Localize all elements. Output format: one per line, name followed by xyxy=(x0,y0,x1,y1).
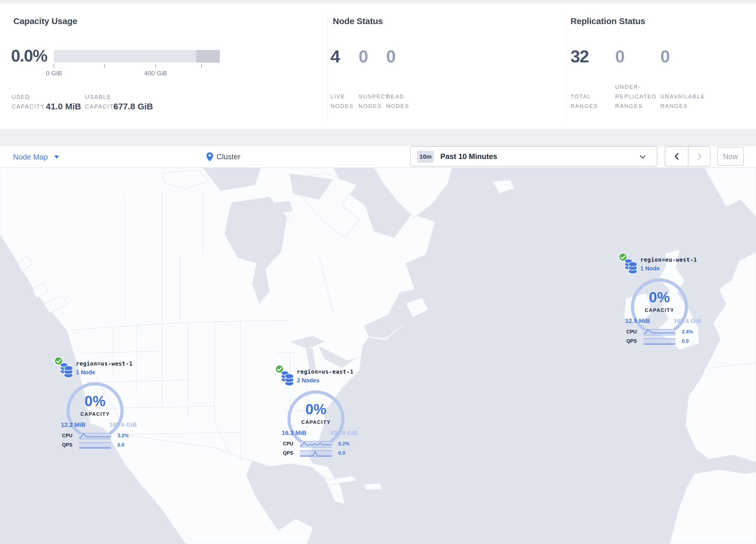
node-map-canvas[interactable] xyxy=(0,168,756,544)
dead-nodes-count: 0 xyxy=(386,46,395,66)
qps-sparkline xyxy=(79,442,111,449)
time-range-dropdown[interactable]: 10m Past 10 Minutes xyxy=(410,146,657,166)
qps-value: 0.0 xyxy=(117,442,124,448)
database-icon xyxy=(624,258,637,275)
region-name: region=us-east-1 xyxy=(297,369,354,375)
cpu-sparkline xyxy=(300,440,332,448)
axis-tick xyxy=(201,64,202,68)
region-capacity-percent: 0% xyxy=(66,393,124,410)
region-used-capacity: 16.3 MiB xyxy=(282,429,306,436)
usable-capacity-value: 677.8 GiB xyxy=(113,101,153,111)
region-capacity-label: CAPACITY xyxy=(287,420,345,425)
region-cpu-row: CPU 5.2% xyxy=(275,440,359,449)
chevron-down-icon xyxy=(54,155,59,159)
unavailable-count: 0 xyxy=(660,46,669,66)
region-node-count: 2 Nodes xyxy=(297,377,354,384)
qps-label: QPS xyxy=(62,442,72,448)
live-nodes-label: LIVE NODES xyxy=(330,92,354,111)
view-selector-dropdown[interactable]: Node Map xyxy=(13,151,59,163)
time-back-button[interactable] xyxy=(665,147,688,166)
node-map-page: Capacity Usage 0.0% 0 GiB 400 GiB USED C… xyxy=(0,0,756,544)
chevron-down-icon xyxy=(639,155,646,159)
cpu-label: CPU xyxy=(283,441,293,447)
dead-nodes-label: DEAD NODES xyxy=(386,92,409,111)
region-capacity-percent: 0% xyxy=(287,401,345,418)
region-capacity-percent: 0% xyxy=(630,289,688,306)
suspect-nodes-label: SUSPECT NODES xyxy=(359,92,390,111)
region-marker-us-west-1[interactable]: region=us-west-1 1 Node 0% CAPACITY 12.2… xyxy=(54,356,138,452)
region-usable-capacity: 169.4 GiB xyxy=(109,421,137,428)
map-pin-icon xyxy=(206,152,213,161)
time-step-controls xyxy=(665,146,710,166)
live-nodes-count: 4 xyxy=(330,46,339,66)
axis-tick xyxy=(54,64,54,68)
qps-label: QPS xyxy=(626,338,637,344)
region-usable-capacity: 169.4 GiB xyxy=(673,318,701,325)
region-marker-header: region=eu-west-1 1 Node xyxy=(640,256,697,272)
breadcrumb-label: Cluster xyxy=(217,152,240,161)
view-selector-label: Node Map xyxy=(13,153,48,162)
axis-tick xyxy=(104,64,105,68)
cpu-label: CPU xyxy=(62,433,72,439)
unavailable-label: UNAVAILABLE RANGES xyxy=(660,92,705,111)
time-range-label: Past 10 Minutes xyxy=(440,147,497,166)
used-capacity-value: 41.0 MiB xyxy=(46,101,81,111)
cpu-value: 3.2% xyxy=(117,433,129,439)
suspect-nodes-count: 0 xyxy=(359,46,368,66)
capacity-bar xyxy=(54,50,220,63)
region-node-count: 1 Node xyxy=(640,265,697,272)
cpu-label: CPU xyxy=(626,329,637,335)
axis-tick-label: 400 GiB xyxy=(135,70,176,77)
node-status-title: Node Status xyxy=(333,16,383,26)
region-qps-row: QPS 0.0 xyxy=(618,338,702,346)
panel-divider xyxy=(327,14,328,121)
cluster-summary-band: Capacity Usage 0.0% 0 GiB 400 GiB USED C… xyxy=(0,3,756,129)
capacity-bar-reserved xyxy=(196,50,220,63)
chevron-right-icon xyxy=(697,153,702,160)
region-marker-header: region=us-east-1 2 Nodes xyxy=(297,369,354,384)
cpu-sparkline xyxy=(644,329,675,336)
region-marker-header: region=us-west-1 1 Node xyxy=(76,360,133,376)
region-qps-row: QPS 0.0 xyxy=(54,442,138,450)
under-replicated-label: UNDER- REPLICATED RANGES xyxy=(615,82,657,111)
region-usable-capacity: 338.9 GiB xyxy=(330,429,358,436)
time-range-badge: 10m xyxy=(417,150,434,163)
region-capacity-values: 16.3 MiB 338.9 GiB xyxy=(275,429,359,438)
total-ranges-count: 32 xyxy=(570,46,589,66)
replication-status-title: Replication Status xyxy=(570,16,645,26)
qps-sparkline xyxy=(644,338,675,345)
region-cpu-row: CPU 3.2% xyxy=(54,432,138,440)
breadcrumb[interactable]: Cluster xyxy=(206,149,240,164)
now-button[interactable]: Now xyxy=(717,147,744,166)
region-qps-row: QPS 0.0 xyxy=(275,450,359,458)
database-icon xyxy=(281,370,294,387)
panel-divider xyxy=(566,14,566,121)
used-capacity-label: USED CAPACITY xyxy=(12,92,45,111)
region-name: region=us-west-1 xyxy=(76,360,133,367)
under-replicated-count: 0 xyxy=(615,46,624,66)
time-forward-button[interactable] xyxy=(688,147,711,166)
region-marker-eu-west-1[interactable]: region=eu-west-1 1 Node 0% CAPACITY 12.5… xyxy=(618,252,702,348)
qps-label: QPS xyxy=(283,450,293,456)
qps-value: 0.0 xyxy=(682,338,689,344)
region-node-count: 1 Node xyxy=(76,369,133,376)
region-capacity-label: CAPACITY xyxy=(66,411,124,417)
region-used-capacity: 12.2 MiB xyxy=(61,421,86,428)
qps-sparkline xyxy=(300,450,332,457)
axis-tick xyxy=(155,64,156,68)
database-icon xyxy=(60,362,73,378)
axis-tick-label: 0 GiB xyxy=(34,70,74,77)
region-name: region=eu-west-1 xyxy=(640,256,697,263)
region-capacity-values: 12.2 MiB 169.4 GiB xyxy=(54,421,138,429)
qps-value: 0.0 xyxy=(338,450,345,456)
region-capacity-label: CAPACITY xyxy=(630,308,688,313)
cpu-sparkline xyxy=(79,432,111,440)
chevron-left-icon xyxy=(674,153,679,160)
region-capacity-values: 12.5 MiB 169.4 GiB xyxy=(618,318,702,326)
region-used-capacity: 12.5 MiB xyxy=(625,318,650,325)
region-cpu-row: CPU 2.4% xyxy=(618,329,702,337)
total-ranges-label: TOTAL RANGES xyxy=(570,92,598,111)
region-marker-us-east-1[interactable]: region=us-east-1 2 Nodes 0% CAPACITY 16.… xyxy=(275,365,359,460)
capacity-percent: 0.0% xyxy=(11,46,47,65)
cpu-value: 5.2% xyxy=(338,441,350,447)
